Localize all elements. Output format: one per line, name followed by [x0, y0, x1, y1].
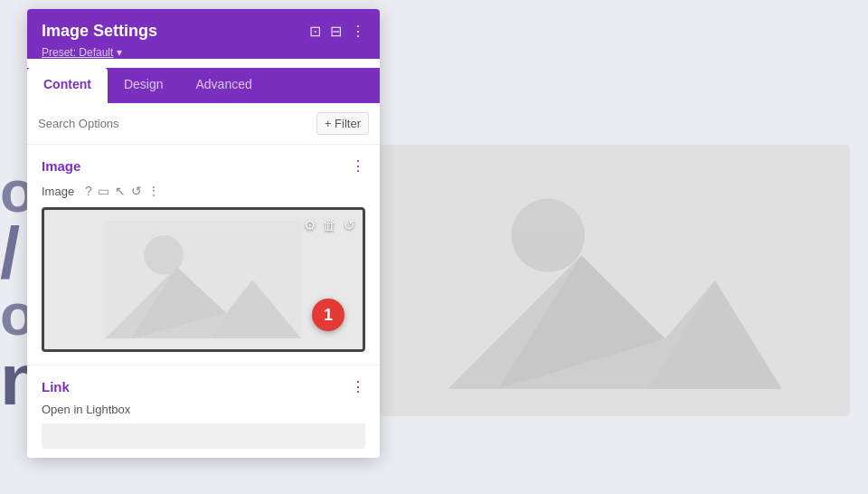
image-section-menu-icon[interactable]: ⋮ — [351, 157, 365, 175]
image-reset-icon[interactable]: ↺ — [344, 217, 355, 233]
preset-label[interactable]: Preset: Default ▾ — [42, 46, 365, 59]
panel-header: Image Settings ⊡ ⊟ ⋮ Preset: Default ▾ — [27, 9, 380, 59]
link-section-menu-icon[interactable]: ⋮ — [351, 378, 365, 395]
tab-content[interactable]: Content — [27, 68, 108, 103]
image-section-title: Image — [42, 158, 80, 174]
main-image-placeholder — [380, 145, 850, 416]
link-section-title: Link — [42, 379, 70, 394]
image-delete-icon[interactable]: 🗑 — [323, 217, 336, 233]
field-menu-icon[interactable]: ⋮ — [147, 184, 160, 198]
link-section: Link ⋮ Open in Lightbox — [27, 366, 380, 458]
tab-advanced[interactable]: Advanced — [179, 68, 268, 103]
panel-header-icons: ⊡ ⊟ ⋮ — [309, 23, 365, 40]
panel-title: Image Settings — [42, 22, 157, 41]
link-section-header: Link ⋮ — [42, 378, 365, 395]
cursor-icon[interactable]: ↖ — [115, 184, 126, 198]
filter-button[interactable]: + Filter — [316, 112, 369, 135]
help-icon[interactable]: ? — [85, 184, 92, 198]
columns-icon[interactable]: ⊟ — [330, 23, 342, 40]
image-field-label: Image — [42, 185, 78, 198]
mobile-icon[interactable]: ▭ — [98, 184, 109, 198]
svg-point-1 — [512, 199, 585, 272]
maximize-icon[interactable]: ⊡ — [309, 23, 321, 40]
lightbox-toggle[interactable] — [42, 423, 365, 449]
open-lightbox-label: Open in Lightbox — [42, 403, 365, 416]
search-input[interactable] — [38, 117, 316, 130]
image-settings-icon[interactable]: ⚙ — [304, 217, 316, 233]
search-bar: + Filter — [27, 103, 380, 145]
image-section-header: Image ⋮ — [42, 157, 365, 175]
undo-icon[interactable]: ↺ — [131, 184, 142, 198]
image-field-icons: ? ▭ ↖ ↺ ⋮ — [85, 184, 160, 198]
panel-body: Image ⋮ Image ? ▭ ↖ ↺ ⋮ — [27, 145, 380, 458]
tabs: Content Design Advanced — [27, 68, 380, 103]
image-field-row: Image ? ▭ ↖ ↺ ⋮ — [42, 184, 365, 198]
image-section: Image ⋮ Image ? ▭ ↖ ↺ ⋮ — [27, 145, 380, 366]
image-badge: 1 — [312, 299, 344, 331]
tab-design[interactable]: Design — [108, 68, 180, 103]
panel-header-top: Image Settings ⊡ ⊟ ⋮ — [42, 22, 365, 41]
image-upload-area[interactable]: ⚙ 🗑 ↺ 1 — [42, 207, 365, 352]
image-overlay-icons: ⚙ 🗑 ↺ — [304, 217, 355, 233]
more-options-icon[interactable]: ⋮ — [351, 23, 365, 40]
image-settings-panel: Image Settings ⊡ ⊟ ⋮ Preset: Default ▾ C… — [27, 9, 380, 458]
